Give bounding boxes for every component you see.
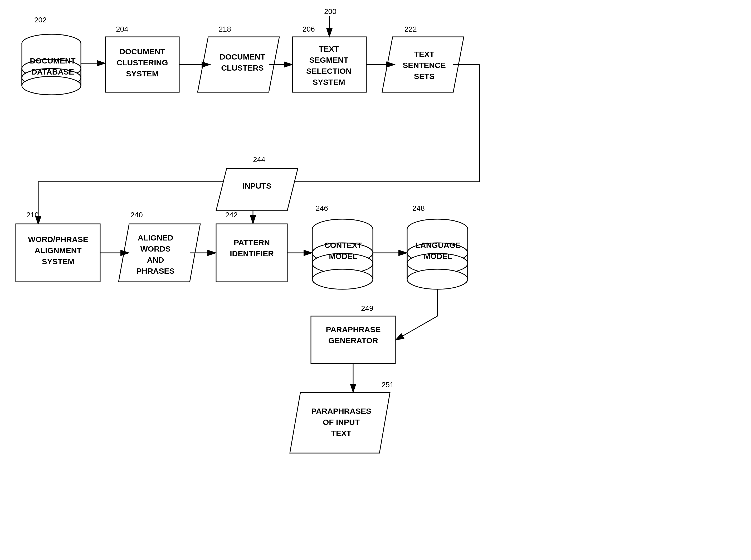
svg-point-8 bbox=[22, 76, 81, 95]
ref-246: 246 bbox=[316, 204, 328, 213]
word-phrase-label: WORD/PHRASEALIGNMENTSYSTEM bbox=[18, 234, 98, 267]
ref-206: 206 bbox=[302, 25, 315, 34]
ref-242: 242 bbox=[225, 211, 238, 219]
paraphrases-label: PARAPHRASESOF INPUTTEXT bbox=[304, 406, 378, 439]
ref-210: 210 bbox=[26, 211, 39, 219]
svg-point-36 bbox=[407, 219, 468, 239]
ref-200: 200 bbox=[324, 7, 336, 16]
ref-202: 202 bbox=[34, 16, 47, 24]
svg-point-2 bbox=[22, 34, 81, 53]
context-model-label: CONTEXTMODEL bbox=[316, 240, 370, 262]
ref-244: 244 bbox=[253, 155, 265, 164]
svg-line-53 bbox=[396, 316, 437, 340]
doc-clusters-label: DOCUMENTCLUSTERS bbox=[214, 52, 272, 74]
pattern-id-label: PATTERNIDENTIFIER bbox=[218, 237, 285, 259]
paraphrase-gen-label: PARAPHRASEGENERATOR bbox=[313, 324, 393, 346]
ref-240: 240 bbox=[131, 211, 143, 219]
svg-point-42 bbox=[407, 269, 468, 289]
doc-cluster-sys-label: DOCUMENTCLUSTERINGSYSTEM bbox=[108, 46, 177, 79]
ref-248: 248 bbox=[412, 204, 425, 213]
svg-point-33 bbox=[312, 269, 373, 289]
inputs-label: INPUTS bbox=[231, 180, 283, 192]
ref-204: 204 bbox=[116, 25, 128, 34]
diagram: 202 DOCUMENT DATABASE 204 DOCUMENTCLUSTE… bbox=[0, 0, 751, 560]
ref-218: 218 bbox=[219, 25, 231, 34]
text-seg-label: TEXTSEGMENTSELECTIONSYSTEM bbox=[295, 43, 363, 88]
aligned-words-label: ALIGNEDWORDSANDPHRASES bbox=[125, 232, 186, 277]
language-model-label: LANGUAGEMODEL bbox=[411, 240, 465, 262]
text-sentence-label: TEXTSENTENCESETS bbox=[395, 49, 453, 82]
ref-222: 222 bbox=[404, 25, 417, 34]
doc-db-label: DOCUMENT DATABASE bbox=[25, 55, 80, 77]
ref-251: 251 bbox=[381, 381, 394, 389]
ref-249: 249 bbox=[361, 304, 373, 313]
svg-point-27 bbox=[312, 219, 373, 239]
